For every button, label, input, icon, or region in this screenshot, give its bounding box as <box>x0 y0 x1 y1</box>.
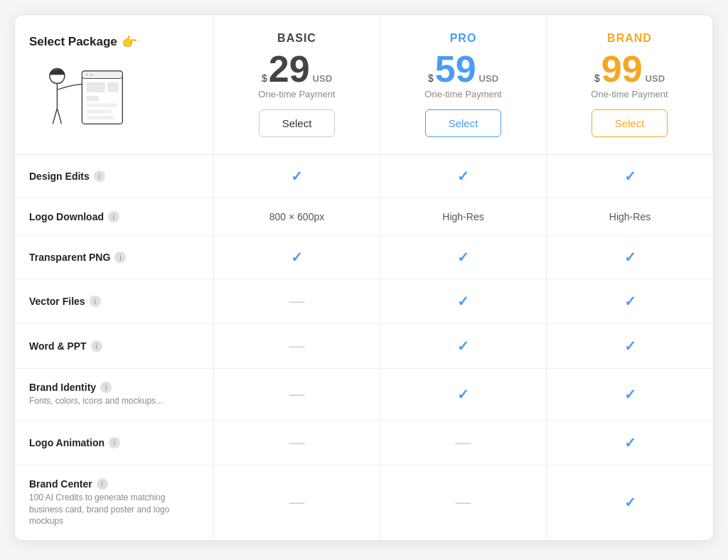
plan-cell: — <box>214 279 380 324</box>
plan-cell: ✓ <box>547 324 713 369</box>
plan-cell: — <box>380 421 547 465</box>
basic-amount: 29 <box>269 50 310 87</box>
feature-name-wrap: Vector Filesi <box>29 296 101 307</box>
svg-rect-8 <box>87 96 100 101</box>
brand-usd: USD <box>646 73 665 84</box>
brand-amount: 99 <box>601 50 643 87</box>
pointing-emoji: 👉 <box>122 34 137 50</box>
plan-cell: ✓ <box>214 236 380 279</box>
brand-price-row: $ 99 USD <box>594 50 665 87</box>
plan-cell: — <box>214 421 380 465</box>
check-icon: ✓ <box>457 338 469 355</box>
plan-cell: ✓ <box>380 155 547 198</box>
plan-cell: ✓ <box>547 421 713 465</box>
plan-cell: — <box>214 324 380 369</box>
feature-name-wrap: Brand IdentityiFonts, colors, icons and … <box>29 382 163 407</box>
info-icon[interactable]: i <box>91 340 102 352</box>
feature-name-wrap: Transparent PNGi <box>29 252 126 263</box>
table-grid: Select Package 👉 <box>15 15 713 540</box>
pricing-table: Select Package 👉 <box>14 14 714 541</box>
plan-cell: ✓ <box>547 155 713 198</box>
feature-name-wrap: Design Editsi <box>29 171 105 182</box>
svg-rect-11 <box>87 116 114 119</box>
plan-cell: ✓ <box>547 279 713 324</box>
brand-dollar: $ <box>594 72 600 84</box>
feature-label: Word & PPT <box>29 340 87 352</box>
plan-cell: High-Res <box>547 198 713 236</box>
feature-name-wrap: Logo Downloadi <box>29 211 119 222</box>
check-icon: ✓ <box>291 249 303 266</box>
info-icon[interactable]: i <box>94 171 105 182</box>
basic-usd: USD <box>313 73 332 84</box>
feature-name-cell: Word & PPTi <box>15 324 214 369</box>
dash-icon: — <box>456 493 471 512</box>
basic-price-row: $ 29 USD <box>262 50 332 87</box>
plan-cell: — <box>380 465 547 540</box>
dash-icon: — <box>456 434 471 452</box>
dash-icon: — <box>289 337 305 355</box>
feature-name-cell: Vector Filesi <box>15 279 214 324</box>
feature-sublabel: 100 AI Credits to generate matching busi… <box>29 492 199 527</box>
feature-label: Transparent PNG <box>29 252 110 263</box>
value-text: High-Res <box>609 211 651 222</box>
svg-rect-6 <box>87 82 105 92</box>
basic-select-button[interactable]: Select <box>259 109 336 137</box>
dash-icon: — <box>289 292 305 311</box>
feature-name-wrap: Word & PPTi <box>29 340 102 352</box>
plan-cell: — <box>214 465 380 540</box>
header-feature-col: Select Package 👉 <box>15 15 214 155</box>
feature-label: Brand Center <box>29 478 92 490</box>
check-icon: ✓ <box>624 293 636 310</box>
plan-cell: ✓ <box>547 236 713 279</box>
basic-header: BASIC $ 29 USD One-time Payment Select <box>214 15 380 155</box>
info-icon[interactable]: i <box>90 296 101 307</box>
feature-label: Logo Animation <box>29 437 105 448</box>
svg-rect-10 <box>87 109 112 113</box>
check-icon: ✓ <box>624 494 636 511</box>
brand-header: BRAND $ 99 USD One-time Payment Select <box>547 15 713 155</box>
info-icon[interactable]: i <box>108 211 119 222</box>
svg-point-5 <box>90 74 93 77</box>
pro-select-button[interactable]: Select <box>425 109 502 137</box>
feature-label: Logo Download <box>29 211 104 222</box>
feature-name-cell: Logo Animationi <box>15 421 214 465</box>
check-icon: ✓ <box>457 249 469 266</box>
feature-label: Brand Identity <box>29 382 96 393</box>
check-icon: ✓ <box>457 293 469 310</box>
pro-header: PRO $ 59 USD One-time Payment Select <box>380 15 547 155</box>
feature-sublabel: Fonts, colors, icons and mockups... <box>29 395 163 407</box>
plan-cell: ✓ <box>380 279 547 324</box>
info-icon[interactable]: i <box>109 437 120 448</box>
pro-plan-name: PRO <box>450 32 477 45</box>
feature-label: Vector Files <box>29 296 85 307</box>
plan-cell: ✓ <box>380 369 547 421</box>
svg-rect-9 <box>87 104 118 107</box>
check-icon: ✓ <box>624 168 636 185</box>
plan-cell: ✓ <box>380 324 547 369</box>
pro-usd: USD <box>479 73 498 84</box>
select-package-label: Select Package <box>29 35 117 49</box>
pro-dollar: $ <box>428 72 434 84</box>
pro-payment-label: One-time Payment <box>424 89 501 99</box>
feature-name-cell: Brand IdentityiFonts, colors, icons and … <box>15 369 214 421</box>
feature-name-cell: Logo Downloadi <box>15 198 214 236</box>
plan-cell: High-Res <box>380 198 547 236</box>
value-text: 800 × 600px <box>269 211 324 222</box>
feature-name-cell: Design Editsi <box>15 155 214 198</box>
feature-name-cell: Brand Centeri100 AI Credits to generate … <box>15 465 214 540</box>
check-icon: ✓ <box>291 168 303 185</box>
info-icon[interactable]: i <box>114 252 126 263</box>
info-icon[interactable]: i <box>100 382 112 393</box>
plan-cell: ✓ <box>547 369 713 421</box>
plan-cell: ✓ <box>214 155 380 198</box>
feature-label: Design Edits <box>29 171 90 182</box>
feature-name-wrap: Logo Animationi <box>29 437 120 448</box>
brand-select-button[interactable]: Select <box>592 109 668 137</box>
pro-amount: 59 <box>435 50 476 87</box>
info-icon[interactable]: i <box>97 478 108 490</box>
dash-icon: — <box>289 493 305 512</box>
plan-cell: — <box>214 369 380 421</box>
basic-dollar: $ <box>262 72 267 84</box>
svg-point-4 <box>86 74 89 77</box>
check-icon: ✓ <box>624 386 636 403</box>
